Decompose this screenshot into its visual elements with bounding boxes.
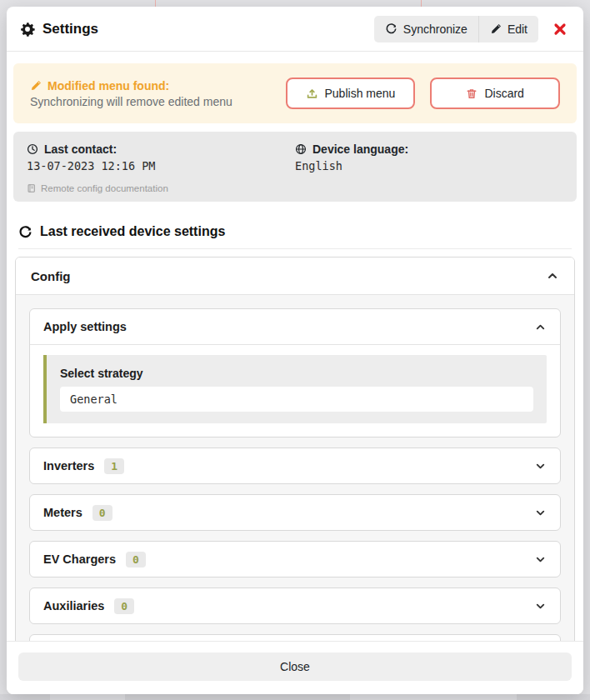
pencil-icon [30, 80, 42, 92]
last-contact-value: 13-07-2023 12:16 PM [27, 159, 295, 172]
pencil-icon [490, 23, 502, 35]
device-language-value: English [295, 159, 563, 172]
discard-button[interactable]: Discard [430, 78, 560, 109]
modal-header: Settings Synchronize Edit [7, 7, 583, 52]
backdrop-block [50, 694, 125, 700]
backdrop-line [155, 0, 156, 7]
config-label: Config [31, 269, 70, 283]
auxiliaries-label: Auxiliaries [43, 599, 104, 612]
apply-settings-header[interactable]: Apply settings [30, 309, 560, 344]
config-accordion: Config Apply settings Sel [15, 257, 575, 641]
modified-menu-alert: Modified menu found: Synchronizing will … [13, 63, 577, 123]
backdrop-block [350, 694, 517, 700]
globe-icon [295, 143, 307, 155]
chevron-down-icon [534, 553, 547, 566]
device-info-box: Last contact: 13-07-2023 12:16 PM Device… [13, 132, 577, 202]
alert-title: Modified menu found: [48, 79, 169, 92]
config-accordion-body: Apply settings Select strategy General [16, 294, 574, 641]
backdrop-line [421, 0, 422, 7]
ev-chargers-label: EV Chargers [43, 552, 116, 566]
accordion-item-ev-chargers: EV Chargers 0 [29, 541, 561, 578]
device-language-label: Device language: [312, 142, 408, 156]
apply-settings-card: Apply settings Select strategy General [29, 308, 561, 438]
chevron-up-icon [534, 321, 547, 333]
inverters-label: Inverters [43, 459, 94, 472]
trash-icon [466, 88, 478, 100]
edit-label: Edit [508, 22, 528, 36]
journal-icon [27, 183, 36, 193]
synchronize-label: Synchronize [403, 22, 468, 36]
config-accordion-header[interactable]: Config [16, 258, 574, 294]
header-button-group: Synchronize Edit [374, 16, 538, 42]
settings-modal: Settings Synchronize Edit [7, 7, 583, 694]
meters-header[interactable]: Meters 0 [30, 495, 560, 530]
alert-text: Modified menu found: Synchronizing will … [30, 79, 274, 108]
device-language-block: Device language: English [295, 142, 563, 191]
accordion-item-meters: Meters 0 [29, 494, 561, 531]
refresh-icon [385, 22, 398, 35]
count-badge: 0 [92, 505, 112, 521]
synchronize-button[interactable]: Synchronize [374, 16, 478, 42]
close-icon[interactable] [552, 21, 568, 38]
modal-footer: Close [7, 641, 583, 694]
chevron-down-icon [534, 600, 547, 612]
select-strategy-label: Select strategy [60, 367, 533, 380]
section-heading: Last received device settings [18, 224, 572, 239]
apply-settings-body: Select strategy General [30, 344, 560, 437]
apply-settings-label: Apply settings [43, 320, 127, 333]
accordion-item-inverters: Inverters 1 [29, 448, 561, 484]
auxiliaries-header[interactable]: Auxiliaries 0 [30, 588, 560, 623]
strategy-value-field[interactable]: General [60, 387, 533, 412]
chevron-down-icon [534, 507, 547, 519]
chevron-down-icon [534, 460, 547, 472]
discard-label: Discard [484, 87, 523, 100]
count-badge: 0 [126, 552, 146, 568]
gear-icon [20, 22, 35, 37]
clock-icon [27, 143, 38, 155]
accordion-item-auxiliaries: Auxiliaries 0 [29, 588, 561, 624]
meters-label: Meters [43, 506, 82, 519]
modal-title: Settings [42, 21, 98, 38]
refresh-icon [18, 225, 32, 239]
alert-message: Synchronizing will remove edited menu [30, 95, 274, 108]
chevron-up-icon [546, 269, 559, 282]
divider [18, 248, 572, 249]
last-contact-label: Last contact: [44, 142, 117, 156]
publish-menu-button[interactable]: Publish menu [286, 78, 416, 109]
accordion-item-partial[interactable] [29, 634, 561, 641]
edit-button[interactable]: Edit [478, 16, 538, 42]
section-heading-label: Last received device settings [40, 224, 225, 239]
doc-link-label: Remote config documentation [41, 183, 168, 193]
modal-body: Modified menu found: Synchronizing will … [7, 52, 583, 641]
strategy-panel: Select strategy General [43, 355, 547, 423]
upload-icon [306, 88, 318, 100]
publish-menu-label: Publish menu [325, 87, 396, 100]
count-badge: 1 [104, 458, 124, 474]
count-badge: 0 [114, 598, 134, 614]
remote-config-doc-link[interactable]: Remote config documentation [27, 183, 168, 193]
inverters-header[interactable]: Inverters 1 [30, 448, 560, 483]
close-button[interactable]: Close [18, 652, 572, 681]
ev-chargers-header[interactable]: EV Chargers 0 [30, 542, 560, 577]
